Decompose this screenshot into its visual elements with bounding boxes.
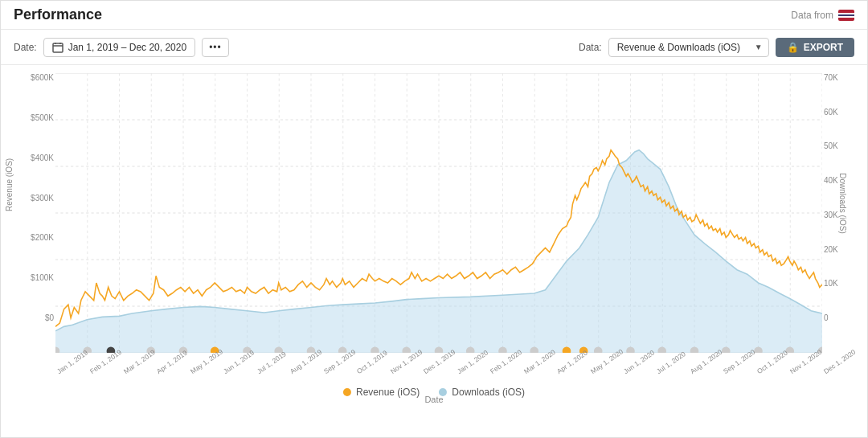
toolbar: Date: Jan 1, 2019 – Dec 20, 2020 ••• Dat…	[1, 30, 867, 65]
legend-dot-revenue	[343, 388, 351, 396]
legend-dot-downloads	[439, 388, 447, 396]
y-axis-left-title: Revenue (iOS)	[5, 195, 14, 211]
legend-label-revenue: Revenue (iOS)	[356, 387, 420, 398]
toolbar-right: Data: Revenue & Downloads (iOS) ▼ 🔒 EXPO…	[579, 38, 854, 57]
lock-icon: 🔒	[787, 42, 799, 53]
more-options-button[interactable]: •••	[202, 38, 229, 57]
legend-item-downloads: Downloads (iOS)	[439, 387, 525, 398]
header: Performance Data from	[1, 1, 867, 30]
chart-plot	[55, 73, 822, 353]
chart-legend: Revenue (iOS) Downloads (iOS)	[343, 387, 525, 398]
svg-rect-0	[53, 43, 63, 52]
data-select-wrapper: Revenue & Downloads (iOS) ▼	[608, 38, 769, 57]
export-button[interactable]: 🔒 EXPORT	[776, 38, 854, 57]
data-select[interactable]: Revenue & Downloads (iOS)	[608, 38, 769, 57]
date-label: Date:	[14, 42, 37, 53]
data-from-label: Data from	[791, 10, 854, 21]
y-axis-right-title: Downloads (iOS)	[839, 173, 848, 234]
flag-icon	[838, 10, 854, 21]
legend-item-revenue: Revenue (iOS)	[343, 387, 420, 398]
page: Performance Data from Date: Jan 1, 2019 …	[0, 0, 868, 438]
data-label: Data:	[579, 42, 602, 53]
chart-svg	[55, 73, 822, 353]
date-range-button[interactable]: Jan 1, 2019 – Dec 20, 2020	[43, 38, 195, 57]
calendar-icon	[52, 42, 63, 53]
page-title: Performance	[14, 6, 102, 23]
x-axis: Jan 1, 2019 Feb 1, 2019 Mar 1, 2019 Apr …	[55, 369, 822, 377]
legend-label-downloads: Downloads (iOS)	[452, 387, 525, 398]
date-range-text: Jan 1, 2019 – Dec 20, 2020	[68, 42, 186, 53]
toolbar-left: Date: Jan 1, 2019 – Dec 20, 2020 •••	[14, 38, 229, 57]
chart-container: $0 $100K $200K $300K $400K $500K $600K R…	[1, 65, 867, 411]
